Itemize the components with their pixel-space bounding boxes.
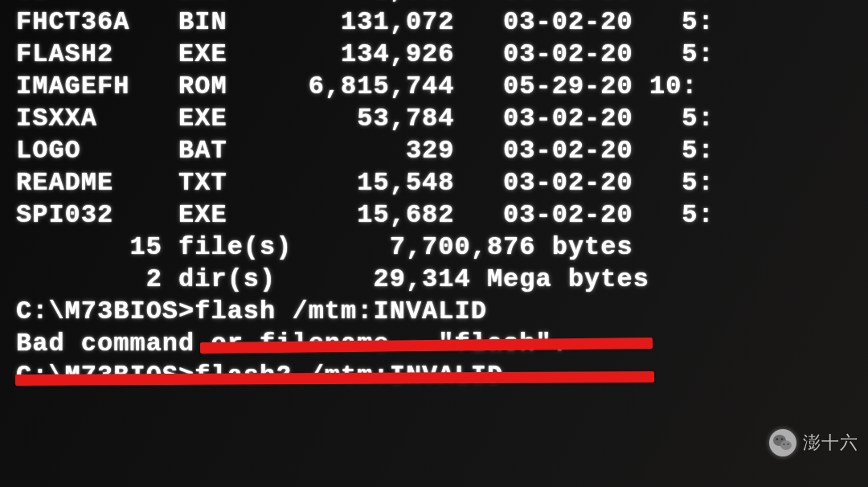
wechat-icon (769, 429, 796, 456)
watermark-text: 澎十六 (803, 431, 858, 455)
dir-row: CI EXE 1,330 03-02-20 5: (16, 0, 714, 6)
svg-point-5 (788, 444, 789, 445)
dir-row: FLASH2 EXE 134,926 03-02-20 5: (16, 39, 714, 71)
dir-row: FHCT36A BIN 131,072 03-02-20 5: (16, 6, 714, 39)
wechat-watermark: 澎十六 (769, 429, 858, 456)
terminal-output: CI EXE 1,330 03-02-20 5: FHCT36A BIN 131… (16, 0, 714, 392)
dir-summary-dirs: 2 dir(s) 29,314 Mega bytes (16, 264, 714, 296)
svg-point-1 (780, 440, 792, 450)
dir-row: ISXXA EXE 53,784 03-02-20 5: (16, 103, 714, 135)
svg-point-3 (781, 438, 783, 440)
svg-point-2 (776, 438, 778, 440)
dir-row: IMAGEFH ROM 6,815,744 05-29-20 10: (16, 71, 714, 103)
svg-point-4 (784, 444, 785, 445)
dir-row: SPI032 EXE 15,682 03-02-20 5: (16, 199, 714, 231)
prompt-struck: C:\M73BIOS>flash /mtm:INVALID (16, 296, 714, 328)
dir-row: LOGO BAT 329 03-02-20 5: (16, 135, 714, 167)
dir-row: README TXT 15,548 03-02-20 5: (16, 167, 714, 199)
dos-terminal-photo: CI EXE 1,330 03-02-20 5: FHCT36A BIN 131… (0, 0, 868, 487)
dir-summary-files: 15 file(s) 7,700,876 bytes (16, 231, 714, 264)
